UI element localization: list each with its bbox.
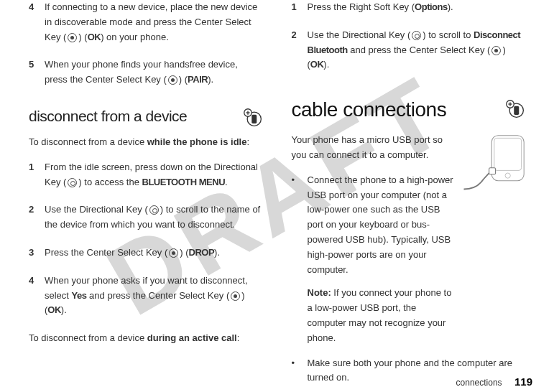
text-part: ) (: [180, 247, 188, 258]
directional-key-icon: [68, 178, 77, 187]
center-select-key-icon: [231, 291, 240, 301]
step-text: If connecting to a new device, place the…: [45, 0, 263, 45]
bullet-text: Connect the phone to a high-power USB po…: [308, 173, 454, 346]
svg-rect-6: [514, 106, 519, 115]
step-number: 3: [29, 246, 45, 261]
center-select-key-icon: [68, 33, 77, 42]
center-select-key-icon: [169, 248, 178, 258]
directional-key-icon: [412, 31, 421, 40]
step-number: 1: [29, 160, 45, 190]
cable-add-icon: [505, 99, 525, 119]
step-text: From the idle screen, press down on the …: [45, 160, 263, 190]
bullet-turned-on: • Make sure both your phone and the comp…: [292, 356, 526, 386]
center-select-key-icon: [168, 75, 177, 85]
text-part: ).: [208, 74, 213, 85]
ok-label: OK: [310, 59, 324, 70]
bullet-connect: • Connect the phone to a high-power USB …: [292, 173, 454, 346]
note-block: Note: If you connect your phone to a low…: [308, 286, 454, 345]
usb-intro-block: Your phone has a micro USB port so you c…: [292, 133, 526, 163]
left-step-5: 5 When your phone finds your handsfree d…: [29, 57, 263, 88]
left-step-3: 3 Press the Center Select Key () (DROP).: [29, 246, 263, 261]
text-part: ) to scroll to: [423, 29, 474, 40]
left-column: 4 If connecting to a new device, place t…: [22, 0, 277, 366]
cable-connections-heading: cable connections: [292, 98, 447, 121]
step-text: Use the Directional Key () to scroll to …: [308, 28, 526, 73]
ok-label: OK: [47, 304, 61, 315]
bullet-main: Connect the phone to a high-power USB po…: [308, 173, 454, 278]
phone-usb-illustration: [461, 133, 525, 194]
text-part: ) (: [78, 32, 87, 42]
text-part: :: [237, 332, 240, 343]
left-step-1: 1 From the idle screen, press down on th…: [29, 160, 263, 190]
step-text: Press the Right Soft Key (Options).: [308, 0, 526, 15]
text-part: .: [225, 177, 228, 187]
pair-label: PAIR: [188, 74, 208, 85]
text-part: :: [246, 136, 249, 147]
step-number: 1: [292, 0, 308, 15]
step-text: When your phone asks if you want to disc…: [45, 274, 263, 318]
svg-point-12: [505, 173, 510, 178]
left-step-4: 4 If connecting to a new device, place t…: [29, 0, 263, 45]
step-number: 4: [29, 274, 45, 318]
step-text: Press the Center Select Key () (DROP).: [45, 246, 263, 261]
yes-label: Yes: [72, 290, 87, 301]
options-label: Options: [415, 1, 448, 12]
bluetooth-add-icon: [243, 108, 263, 128]
right-column: 1 Press the Right Soft Key (Options). 2 …: [277, 0, 533, 366]
svg-rect-10: [491, 136, 524, 181]
text-part: To disconnect from a device: [29, 332, 147, 343]
step-number: 5: [29, 57, 45, 88]
page-content: 4 If connecting to a new device, place t…: [0, 0, 554, 366]
text-part: ) to access the: [78, 177, 142, 187]
bluetooth-menu-label: BLUETOOTH MENU: [142, 177, 226, 187]
ok-label: OK: [88, 32, 101, 42]
disconnect-heading: disconnect from a device: [29, 108, 187, 125]
text-part: Press the Center Select Key (: [45, 247, 167, 258]
text-part: ).: [323, 59, 329, 70]
directional-key-icon: [149, 205, 159, 215]
step-number: 2: [292, 28, 308, 73]
svg-rect-1: [251, 115, 257, 123]
center-select-key-icon: [491, 46, 501, 55]
bullet-mark: •: [292, 173, 308, 346]
active-call-intro: To disconnect from a device during an ac…: [29, 331, 263, 346]
svg-rect-13: [489, 168, 496, 174]
active-emphasis: during an active call: [147, 332, 237, 343]
text-part: Use the Directional Key (: [45, 204, 148, 215]
text-part: Use the Directional Key (: [308, 29, 411, 40]
text-part: and press the Center Select Key (: [348, 45, 491, 55]
svg-rect-11: [494, 139, 522, 171]
step-text: Use the Directional Key () to scroll to …: [45, 202, 263, 233]
text-part: ) on your phone.: [101, 32, 169, 42]
step-text: When your phone finds your handsfree dev…: [45, 57, 263, 88]
text-part: Press the Right Soft Key (: [308, 1, 415, 12]
idle-intro: To disconnect from a device while the ph…: [29, 135, 263, 150]
step-number: 4: [29, 0, 45, 45]
right-step-1: 1 Press the Right Soft Key (Options).: [292, 0, 526, 15]
text-part: ).: [214, 247, 220, 258]
left-step-2: 2 Use the Directional Key () to scroll t…: [29, 202, 263, 233]
heading-row: disconnect from a device: [29, 101, 263, 135]
bullet-text: Make sure both your phone and the comput…: [308, 356, 526, 386]
drop-label: DROP: [189, 247, 215, 258]
text-part: ).: [61, 304, 67, 315]
note-label: Note:: [308, 287, 331, 298]
step-number: 2: [29, 202, 45, 233]
left-step-4b: 4 When your phone asks if you want to di…: [29, 274, 263, 318]
right-step-2: 2 Use the Directional Key () to scroll t…: [292, 28, 526, 73]
idle-emphasis: while the phone is idle: [147, 136, 247, 147]
text-part: To disconnect from a device: [29, 136, 147, 147]
heading-row: cable connections: [292, 85, 526, 133]
text-part: ).: [448, 1, 453, 12]
text-part: and press the Center Select Key (: [87, 290, 230, 301]
text-part: ) (: [179, 74, 188, 85]
bullet-mark: •: [292, 356, 308, 386]
